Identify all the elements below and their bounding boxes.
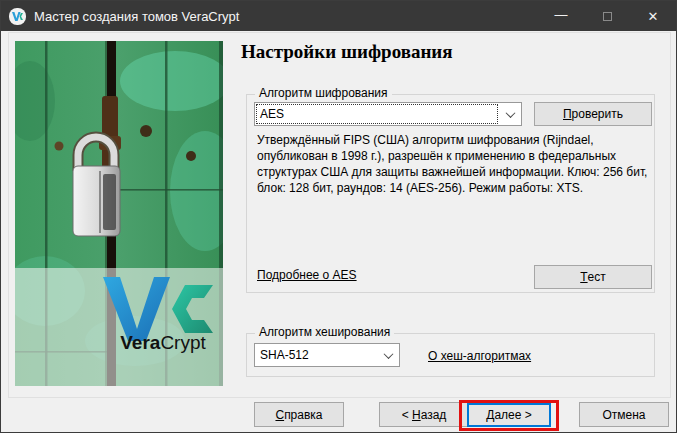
- help-button[interactable]: Справка: [254, 402, 344, 427]
- hash-algorithm-select[interactable]: SHA-512: [254, 343, 400, 367]
- chevron-down-icon[interactable]: [499, 103, 521, 125]
- hash-group-label: Алгоритм хеширования: [255, 325, 394, 339]
- encryption-group-label: Алгоритм шифрования: [255, 86, 392, 100]
- chevron-down-icon[interactable]: [377, 344, 399, 366]
- next-button[interactable]: Далее >: [467, 403, 551, 427]
- algorithm-description: Утверждённый FIPS (США) алгоритм шифрова…: [257, 132, 659, 196]
- caption-buttons: — ✕: [538, 1, 676, 31]
- vc-logo-glyph: [11, 11, 24, 22]
- wizard-image-green-door-padlock: VeraCrypt: [15, 41, 223, 386]
- veracrypt-logo-text: VeraCrypt: [111, 332, 215, 354]
- hash-algorithm-value: SHA-512: [256, 345, 376, 365]
- veracrypt-wizard-window: Мастер создания томов VeraCrypt — ✕: [0, 0, 677, 433]
- window-title: Мастер создания томов VeraCrypt: [34, 9, 239, 24]
- maximize-icon: [584, 1, 630, 31]
- veracrypt-app-icon: [9, 8, 26, 25]
- cancel-button[interactable]: Отмена: [579, 402, 669, 427]
- close-icon[interactable]: ✕: [630, 1, 676, 31]
- more-about-aes-link[interactable]: Подробнее о AES: [257, 268, 357, 282]
- hash-info-link[interactable]: О хеш-алгоритмах: [428, 349, 531, 363]
- back-button[interactable]: < Назад: [379, 402, 469, 427]
- minimize-icon[interactable]: —: [538, 0, 584, 29]
- page-title: Настройки шифрования: [241, 41, 453, 63]
- check-button[interactable]: Проверить: [534, 102, 652, 126]
- titlebar: Мастер создания томов VeraCrypt — ✕: [1, 1, 676, 31]
- encryption-algorithm-value: AES: [256, 104, 498, 124]
- benchmark-test-button[interactable]: Тест: [534, 265, 652, 289]
- encryption-algorithm-select[interactable]: AES: [254, 102, 522, 126]
